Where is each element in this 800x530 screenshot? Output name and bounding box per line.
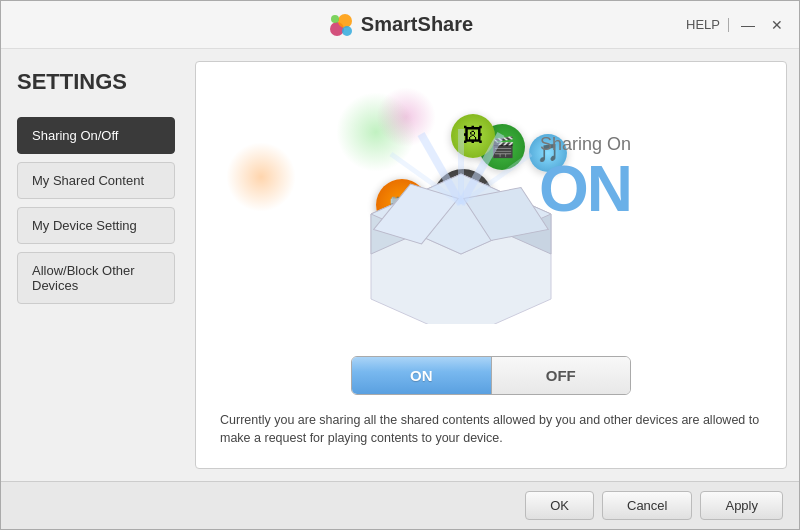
footer: OK Cancel Apply — [1, 481, 799, 529]
sharing-on-big: ON — [539, 157, 631, 221]
toggle-on-button[interactable]: ON — [352, 357, 491, 394]
title-bar: SmartShare HELP — ✕ — [1, 1, 799, 49]
hero-area: 📷 🎞 🎬 🎵 — [216, 82, 766, 346]
svg-point-3 — [331, 15, 339, 23]
sidebar-item-allow-block[interactable]: Allow/Block Other Devices — [17, 252, 175, 304]
glow-orange — [226, 142, 296, 212]
sharing-on-text: Sharing On — [539, 134, 631, 155]
main-content: SETTINGS Sharing On/Off My Shared Conten… — [1, 49, 799, 481]
svg-point-1 — [338, 14, 352, 28]
svg-point-2 — [342, 26, 352, 36]
apply-button[interactable]: Apply — [700, 491, 783, 520]
control-divider — [728, 18, 729, 32]
minimize-button[interactable]: — — [737, 15, 759, 35]
close-button[interactable]: ✕ — [767, 15, 787, 35]
sidebar-item-sharing-onoff[interactable]: Sharing On/Off — [17, 117, 175, 154]
logo-icon — [327, 11, 355, 39]
description-text: Currently you are sharing all the shared… — [216, 411, 766, 449]
ok-button[interactable]: OK — [525, 491, 594, 520]
sidebar-heading: SETTINGS — [17, 69, 175, 95]
content-panel: 📷 🎞 🎬 🎵 — [195, 61, 787, 469]
sidebar-item-device-setting[interactable]: My Device Setting — [17, 207, 175, 244]
logo-text: SmartShare — [361, 13, 473, 36]
sharing-status: Sharing On ON — [539, 134, 631, 221]
app-window: SmartShare HELP — ✕ SETTINGS Sharing On/… — [0, 0, 800, 530]
sidebar: SETTINGS Sharing On/Off My Shared Conten… — [1, 49, 191, 481]
sidebar-item-shared-content[interactable]: My Shared Content — [17, 162, 175, 199]
toggle-off-button[interactable]: OFF — [491, 357, 631, 394]
illustration: 📷 🎞 🎬 🎵 — [351, 104, 631, 324]
toggle-section: ON OFF — [216, 356, 766, 395]
box-svg — [351, 124, 571, 324]
cancel-button[interactable]: Cancel — [602, 491, 692, 520]
help-button[interactable]: HELP — [686, 17, 720, 32]
logo-smart: Smart — [361, 13, 418, 35]
toggle-group: ON OFF — [351, 356, 631, 395]
app-logo: SmartShare — [327, 11, 473, 39]
logo-share: Share — [418, 13, 474, 35]
window-controls: HELP — ✕ — [686, 15, 787, 35]
